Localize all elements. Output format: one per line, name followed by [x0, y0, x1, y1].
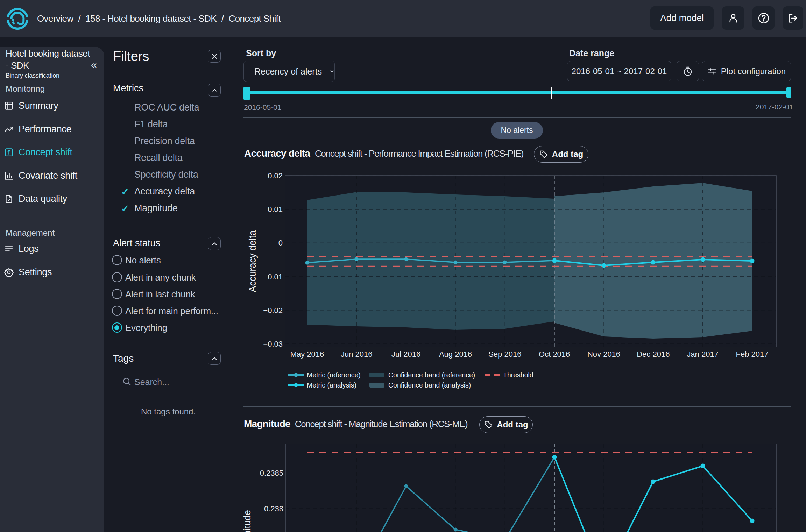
svg-text:Metric (analysis): Metric (analysis) [307, 381, 356, 389]
svg-text:0.02: 0.02 [268, 171, 283, 180]
svg-text:Feb 2017: Feb 2017 [736, 350, 769, 359]
svg-text:−0.03: −0.03 [263, 340, 283, 348]
svg-text:Aug 2016: Aug 2016 [439, 350, 472, 359]
svg-text:Dec 2016: Dec 2016 [637, 350, 670, 359]
svg-text:Sep 2016: Sep 2016 [488, 350, 521, 359]
svg-text:Nov 2016: Nov 2016 [587, 350, 620, 359]
svg-text:0: 0 [278, 239, 283, 247]
svg-text:Confidence band (analysis): Confidence band (analysis) [388, 381, 471, 389]
svg-text:Jul 2016: Jul 2016 [391, 350, 420, 359]
svg-text:Threshold: Threshold [503, 371, 533, 379]
svg-text:Metric (reference): Metric (reference) [307, 371, 361, 379]
svg-text:0.2385: 0.2385 [260, 469, 283, 477]
svg-text:May 2016: May 2016 [290, 350, 324, 359]
svg-text:Oct 2016: Oct 2016 [539, 350, 570, 359]
svg-text:0.238: 0.238 [264, 504, 283, 513]
svg-text:0.01: 0.01 [268, 205, 283, 214]
svg-text:Confidence band (reference): Confidence band (reference) [388, 371, 475, 379]
svg-text:Jun 2016: Jun 2016 [341, 350, 373, 359]
svg-text:−0.02: −0.02 [263, 306, 283, 315]
svg-text:Jan 2017: Jan 2017 [687, 350, 719, 359]
svg-text:−0.01: −0.01 [263, 272, 283, 281]
svg-text:Magnitude: Magnitude [242, 510, 253, 532]
svg-text:Accuracy delta: Accuracy delta [247, 230, 258, 292]
